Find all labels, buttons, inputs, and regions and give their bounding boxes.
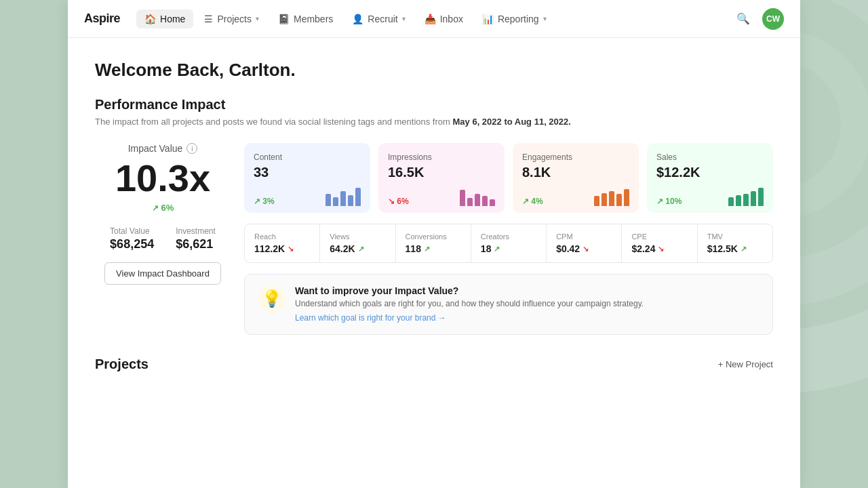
view-dashboard-button[interactable]: View Impact Dashboard (104, 262, 221, 285)
metric-card-content: Content 33 ↗ 3% (244, 143, 370, 213)
stat-item: CPE $2.24 ↘ (622, 224, 697, 262)
stat-label: Conversions (406, 232, 461, 241)
total-value-item: Total Value $68,254 (110, 226, 154, 251)
stat-label: Views (330, 232, 385, 241)
metric-change: ↗ 4% (522, 197, 543, 206)
bar (736, 195, 741, 207)
inbox-icon: 📥 (425, 14, 436, 24)
metric-bottom: ↗ 10% (656, 186, 764, 206)
left-panel: Impact Value i 10.3x ↗ 6% Total Value $6… (95, 143, 231, 285)
chevron-down-icon: ▾ (543, 15, 547, 22)
projects-icon: ☰ (204, 14, 213, 24)
nav-item-members[interactable]: 📓 Members (270, 9, 341, 28)
bar (355, 188, 361, 206)
section-title: Performance Impact (95, 97, 773, 113)
stat-value: $12.5K ↗ (707, 243, 763, 254)
stat-item: Reach 112.2K ↘ (245, 224, 320, 262)
right-metrics: Content 33 ↗ 3% Impressions 16.5K ↘ 6% E… (244, 143, 773, 335)
metric-card-impressions: Impressions 16.5K ↘ 6% (378, 143, 505, 213)
stat-label: Reach (254, 232, 310, 241)
bar (475, 194, 480, 206)
metric-card-sales: Sales $12.2K ↗ 10% (647, 143, 773, 213)
stat-arrow: ↗ (424, 245, 430, 253)
bar (751, 191, 756, 207)
metric-bottom: ↗ 3% (254, 186, 361, 206)
stat-label: Creators (481, 232, 536, 241)
tips-link[interactable]: Learn which goal is right for your brand… (295, 313, 446, 323)
bar (758, 188, 764, 206)
chevron-down-icon: ▾ (256, 15, 259, 22)
stat-label: CPM (556, 232, 612, 241)
reporting-icon: 📊 (482, 14, 494, 24)
metric-value: 33 (254, 165, 361, 180)
nav-item-reporting[interactable]: 📊 Reporting ▾ (474, 9, 555, 28)
bar (333, 197, 338, 207)
new-project-button[interactable]: + New Project (718, 359, 773, 369)
bar (743, 194, 749, 206)
metric-bottom: ↗ 4% (522, 186, 629, 206)
bar (601, 193, 607, 207)
mini-chart (460, 186, 495, 206)
mini-chart (326, 186, 361, 206)
stat-arrow: ↗ (494, 245, 500, 253)
bar (467, 198, 473, 206)
stat-item: Creators 18 ↗ (471, 224, 547, 262)
metric-label: Impressions (388, 152, 495, 162)
stat-label: CPE (631, 232, 687, 241)
bar (482, 196, 488, 206)
page-content: Welcome Back, Carlton. Performance Impac… (68, 38, 800, 394)
stat-arrow: ↘ (583, 245, 589, 253)
stat-arrow: ↘ (658, 245, 664, 253)
bar (340, 191, 346, 207)
metric-label: Engagements (522, 152, 629, 162)
bar (624, 189, 629, 207)
stat-arrow: ↗ (741, 245, 747, 253)
stat-item: Conversions 118 ↗ (396, 224, 471, 262)
recruit-icon: 👤 (352, 14, 363, 24)
metric-card-engagements: Engagements 8.1K ↗ 4% (513, 143, 639, 213)
chevron-down-icon: ▾ (402, 15, 406, 22)
impact-value-label: Impact Value i (128, 143, 198, 154)
tips-description: Understand which goals are right for you… (295, 299, 644, 308)
metric-value: 16.5K (388, 165, 495, 180)
tips-content: Want to improve your Impact Value? Under… (295, 285, 644, 323)
bar (490, 199, 495, 207)
nav-item-inbox[interactable]: 📥 Inbox (416, 9, 471, 28)
stat-label: TMV (707, 232, 763, 241)
nav-item-recruit[interactable]: 👤 Recruit ▾ (344, 9, 413, 28)
investment-item: Investment $6,621 (176, 226, 216, 251)
nav-right: 🔍 CW (732, 8, 784, 30)
tips-title: Want to improve your Impact Value? (295, 285, 644, 296)
mini-chart (728, 186, 764, 206)
stat-item: Views 64.2K ↗ (320, 224, 395, 262)
stat-value: 112.2K ↘ (254, 243, 310, 254)
info-icon[interactable]: i (186, 143, 197, 154)
totals-row: Total Value $68,254 Investment $6,621 (110, 226, 216, 251)
bar (728, 197, 734, 207)
nav-item-home[interactable]: 🏠 Home (136, 9, 193, 28)
metric-change: ↗ 10% (656, 197, 682, 206)
stat-value: $0.42 ↘ (556, 243, 612, 254)
bar (609, 191, 614, 207)
impact-change-badge: ↗ 6% (152, 203, 174, 213)
welcome-title: Welcome Back, Carlton. (95, 60, 773, 81)
search-button[interactable]: 🔍 (732, 8, 754, 30)
navbar: Aspire 🏠 Home ☰ Projects ▾ 📓 Members 👤 R… (68, 0, 800, 38)
metric-change: ↗ 3% (254, 197, 275, 206)
bar (326, 194, 331, 206)
projects-title: Projects (95, 357, 149, 372)
bulb-icon: 💡 (258, 285, 285, 312)
nav-items: 🏠 Home ☰ Projects ▾ 📓 Members 👤 Recruit … (136, 9, 732, 28)
stat-value: $2.24 ↘ (631, 243, 687, 254)
avatar[interactable]: CW (762, 8, 784, 30)
projects-section: Projects + New Project (95, 357, 773, 372)
bar (594, 196, 599, 206)
stat-item: CPM $0.42 ↘ (547, 224, 622, 262)
app-logo: Aspire (84, 12, 120, 26)
metrics-cards-row: Content 33 ↗ 3% Impressions 16.5K ↘ 6% E… (244, 143, 773, 213)
performance-grid: Impact Value i 10.3x ↗ 6% Total Value $6… (95, 143, 773, 335)
bar (460, 190, 465, 206)
members-icon: 📓 (278, 14, 290, 24)
nav-item-projects[interactable]: ☰ Projects ▾ (196, 9, 267, 28)
section-subtitle: The impact from all projects and posts w… (95, 117, 773, 127)
